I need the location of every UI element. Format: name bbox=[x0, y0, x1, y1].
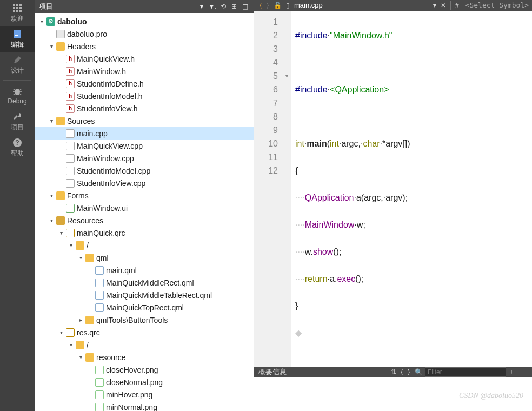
dropdown-icon[interactable]: ▾ bbox=[433, 2, 436, 9]
tree-qml-file[interactable]: main.qml bbox=[35, 264, 254, 276]
tree-png-file[interactable]: minHover.png bbox=[35, 388, 254, 401]
outline-body[interactable] bbox=[254, 377, 532, 411]
code-editor[interactable]: 123456789101112 ▾ #include·"MainWindow.h… bbox=[254, 11, 532, 367]
cpp-file-icon bbox=[66, 167, 75, 175]
folder-icon bbox=[85, 254, 94, 262]
tree-qml-file[interactable]: MainQuickMiddleRect.qml bbox=[35, 276, 254, 289]
editor-panel: ⟨ ⟩ 🔓 ▯ main.cpp ▾ ✕ # <Select Symbol> 1… bbox=[254, 0, 532, 411]
tree-headers-folder[interactable]: ▾Headers bbox=[35, 40, 254, 52]
tree-header-file[interactable]: hStudentInfoDefine.h bbox=[35, 77, 254, 90]
tree-png-file[interactable]: minNormal.png bbox=[35, 401, 254, 411]
filter-input[interactable] bbox=[425, 367, 506, 377]
dropdown-icon[interactable]: ▾ bbox=[197, 2, 206, 11]
minus-icon[interactable]: － bbox=[519, 367, 526, 376]
add-icon[interactable]: ⊞ bbox=[230, 2, 238, 11]
tree-label: MainQuickView.cpp bbox=[77, 142, 143, 150]
svg-rect-3 bbox=[13, 7, 15, 9]
nav-edit[interactable]: 编辑 bbox=[0, 26, 35, 52]
tree-tools-folder[interactable]: ▸qmlTools\ButtonTools bbox=[35, 314, 254, 326]
tree-qml-file[interactable]: MainQuickTopRect.qml bbox=[35, 301, 254, 314]
next-icon[interactable]: ⟩ bbox=[408, 368, 410, 376]
tree-source-file-selected[interactable]: main.cpp bbox=[35, 127, 254, 140]
fold-column[interactable]: ▾ bbox=[282, 11, 291, 367]
split-icon[interactable]: ◫ bbox=[241, 2, 249, 11]
svg-line-19 bbox=[19, 94, 21, 95]
tree-source-file[interactable]: MainQuickView.cpp bbox=[35, 140, 254, 152]
search-icon: 🔍 bbox=[415, 368, 423, 376]
nav-help[interactable]: ? 帮助 bbox=[0, 135, 35, 161]
tree-header-file[interactable]: hStudentInfoView.h bbox=[35, 102, 254, 115]
project-tree[interactable]: ▾⚙daboluo daboluo.pro ▾Headers hMainQuic… bbox=[35, 13, 254, 411]
project-icon: ⚙ bbox=[46, 17, 55, 26]
ui-file-icon bbox=[66, 204, 75, 213]
close-icon[interactable]: ✕ bbox=[441, 2, 446, 9]
outline-header: 概要信息 ⇅ ⟨ ⟩ 🔍 ＋ － bbox=[254, 367, 532, 377]
tree-source-file[interactable]: StudentInfoView.cpp bbox=[35, 177, 254, 189]
h-file-icon: h bbox=[66, 67, 75, 76]
editor-filename[interactable]: main.cpp bbox=[294, 1, 323, 9]
folder-icon bbox=[85, 353, 94, 362]
qml-file-icon bbox=[95, 303, 104, 312]
h-file-icon: h bbox=[66, 104, 75, 113]
svg-line-16 bbox=[14, 89, 15, 90]
link-icon[interactable]: ⟲ bbox=[219, 2, 228, 11]
tree-sources-folder[interactable]: ▾Sources bbox=[35, 115, 254, 127]
tree-resource-folder[interactable]: ▾resource bbox=[35, 351, 254, 363]
nav-back-icon[interactable]: ⟨ bbox=[260, 2, 262, 9]
nav-label: 编辑 bbox=[11, 40, 24, 49]
tree-ui-file[interactable]: MainWindow.ui bbox=[35, 202, 254, 214]
tree-label: StudentInfoDefine.h bbox=[77, 79, 144, 88]
folder-icon bbox=[56, 191, 65, 200]
tree-label: main.cpp bbox=[77, 129, 108, 138]
tree-label: MainQuickMiddleTableRect.qml bbox=[106, 291, 212, 300]
folder-icon bbox=[56, 42, 65, 51]
tree-root-dir[interactable]: ▾/ bbox=[35, 239, 254, 251]
cpp-file-icon bbox=[66, 142, 75, 150]
png-file-icon bbox=[95, 378, 104, 387]
nav-projects[interactable]: 项目 bbox=[0, 109, 35, 135]
tree-label: MainWindow.ui bbox=[77, 204, 128, 213]
tree-qml-file[interactable]: MainQuickMiddleTableRect.qml bbox=[35, 289, 254, 301]
lock-icon[interactable]: 🔓 bbox=[274, 2, 282, 9]
tree-pro-file[interactable]: daboluo.pro bbox=[35, 28, 254, 40]
h-file-icon: h bbox=[66, 79, 75, 88]
tree-source-file[interactable]: StudentInfoModel.cpp bbox=[35, 164, 254, 177]
tree-resources-folder[interactable]: ▾Resources bbox=[35, 214, 254, 227]
tree-project-root[interactable]: ▾⚙daboluo bbox=[35, 15, 254, 28]
tree-qml-folder[interactable]: ▾qml bbox=[35, 251, 254, 264]
grid-icon bbox=[12, 3, 23, 13]
tree-header-file[interactable]: hMainQuickView.h bbox=[35, 52, 254, 65]
tree-png-file[interactable]: closeHover.png bbox=[35, 363, 254, 376]
nav-welcome[interactable]: 欢迎 bbox=[0, 0, 35, 26]
symbol-selector[interactable]: <Select Symbol> bbox=[466, 1, 529, 9]
tree-header-file[interactable]: hMainWindow.h bbox=[35, 65, 254, 77]
svg-rect-10 bbox=[15, 32, 19, 32]
code-content[interactable]: #include·"MainWindow.h" #include·<QAppli… bbox=[291, 11, 532, 367]
tree-label: Forms bbox=[67, 191, 89, 200]
svg-rect-12 bbox=[15, 35, 18, 36]
tree-label: daboluo bbox=[57, 17, 87, 26]
nav-debug[interactable]: Debug bbox=[0, 83, 35, 109]
qrc-file-icon bbox=[66, 229, 75, 237]
tree-label: minNormal.png bbox=[106, 403, 157, 412]
tree-png-file[interactable]: closeNormal.png bbox=[35, 376, 254, 388]
tree-qrc-file[interactable]: ▾res.qrc bbox=[35, 326, 254, 339]
nav-label: 项目 bbox=[11, 123, 24, 132]
prev-icon[interactable]: ⟨ bbox=[401, 368, 403, 376]
tree-root-dir[interactable]: ▾/ bbox=[35, 339, 254, 351]
tree-forms-folder[interactable]: ▾Forms bbox=[35, 189, 254, 202]
project-panel-title: 项目 bbox=[39, 2, 195, 11]
editor-toolbar: ⟨ ⟩ 🔓 ▯ main.cpp ▾ ✕ # <Select Symbol> bbox=[254, 0, 532, 11]
tree-source-file[interactable]: MainWindow.cpp bbox=[35, 152, 254, 164]
pencil-icon bbox=[12, 55, 23, 65]
tree-qrc-file[interactable]: ▾mainQuick.qrc bbox=[35, 227, 254, 239]
tree-header-file[interactable]: hStudentInfoModel.h bbox=[35, 90, 254, 102]
plus-icon[interactable]: ＋ bbox=[508, 367, 515, 376]
nav-forward-icon[interactable]: ⟩ bbox=[267, 2, 269, 9]
filter-icon[interactable]: ▼. bbox=[208, 2, 217, 11]
tree-label: MainWindow.cpp bbox=[77, 154, 134, 163]
sort-icon[interactable]: ⇅ bbox=[391, 368, 396, 376]
svg-rect-8 bbox=[19, 10, 22, 12]
svg-rect-6 bbox=[13, 10, 15, 12]
nav-design[interactable]: 设计 bbox=[0, 52, 35, 78]
